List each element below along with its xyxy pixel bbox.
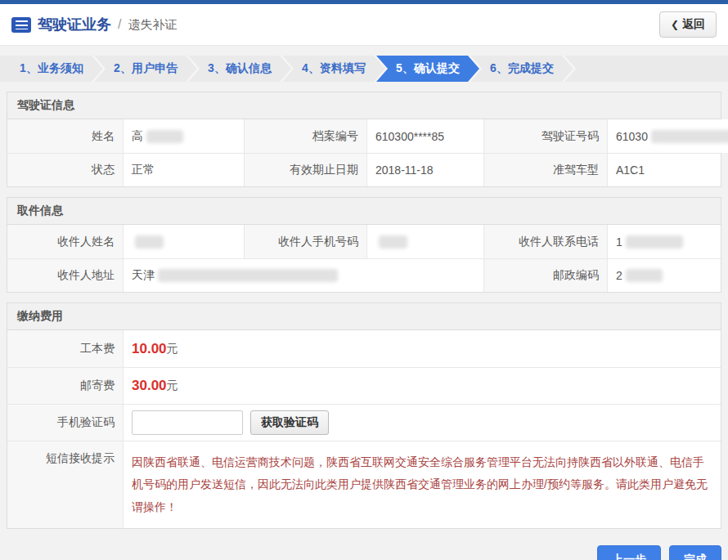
file-number-label: 档案编号 — [245, 119, 367, 153]
postage-fee-amount: 30.00 — [132, 378, 167, 394]
section-pickup-title: 取件信息 — [7, 198, 721, 225]
license-row-2: 状态 正常 有效期止日期 2018-11-18 准驾车型 A1C1 — [7, 153, 721, 186]
name-value: 高 — [124, 119, 245, 153]
postage-fee-unit: 元 — [167, 379, 178, 393]
step-bar-filler — [564, 56, 728, 82]
license-business-icon — [11, 17, 31, 33]
page-subtitle: 遗失补证 — [128, 17, 177, 33]
name-redaction — [146, 130, 183, 143]
valid-until-value: 2018-11-18 — [367, 153, 484, 186]
pickup-row-2: 收件人地址 天津 邮政编码 2 — [7, 258, 721, 292]
status-value: 正常 — [124, 153, 245, 186]
sms-code-field: 获取验证码 — [124, 404, 721, 441]
breadcrumb: 驾驶证业务 / 遗失补证 — [11, 15, 177, 34]
get-sms-code-button[interactable]: 获取验证码 — [250, 410, 329, 435]
recipient-address-redaction — [158, 269, 338, 282]
recipient-phone-label: 收件人联系电话 — [484, 225, 608, 258]
page-header: 驾驶证业务 / 遗失补证 ❮ 返回 — [0, 4, 728, 46]
license-number-redaction — [651, 130, 728, 143]
license-number-value: 61030 — [608, 119, 728, 153]
file-number-value: 610300****85 — [367, 119, 484, 153]
name-label: 姓名 — [7, 119, 124, 153]
sms-notice-row: 短信接收提示 因陕西省联通、电信运营商技术问题，陕西省互联网交通安全综合服务管理… — [7, 441, 721, 528]
postal-code-label: 邮政编码 — [484, 258, 608, 292]
recipient-phone-redaction — [626, 235, 683, 249]
vehicle-class-value: A1C1 — [608, 153, 721, 186]
recipient-address-label: 收件人地址 — [7, 258, 124, 292]
recipient-name-redaction — [135, 235, 164, 249]
section-fees-title: 缴纳费用 — [7, 303, 721, 330]
chevron-left-icon: ❮ — [671, 19, 679, 30]
step-2-user-declaration[interactable]: 2、用户申告 — [94, 56, 197, 82]
page-title: 驾驶证业务 — [38, 15, 111, 34]
recipient-mobile-label: 收件人手机号码 — [245, 225, 367, 258]
step-6-finish-submit[interactable]: 6、完成提交 — [470, 56, 573, 82]
section-fees: 缴纳费用 工本费 10.00元 邮寄费 30.00元 手机验证码 获取验证码 短… — [7, 302, 721, 529]
section-license-title: 驾驶证信息 — [7, 92, 721, 119]
postage-fee-value: 30.00元 — [124, 367, 721, 404]
recipient-phone-value: 1 — [608, 225, 721, 258]
footer-actions: 上一步 完成 — [7, 545, 721, 560]
sms-code-row: 手机验证码 获取验证码 — [7, 404, 721, 441]
recipient-mobile-redaction — [379, 235, 407, 249]
previous-step-button[interactable]: 上一步 — [597, 545, 661, 560]
recipient-mobile-value — [367, 225, 484, 258]
postal-code-redaction — [626, 269, 663, 282]
step-1-business-notice[interactable]: 1、业务须知 — [0, 56, 103, 82]
finish-button[interactable]: 完成 — [669, 545, 721, 560]
production-fee-label: 工本费 — [7, 330, 124, 367]
valid-until-label: 有效期止日期 — [245, 153, 367, 186]
sms-code-input[interactable] — [132, 410, 243, 435]
back-button-label: 返回 — [682, 17, 705, 32]
section-license-info: 驾驶证信息 姓名 高 档案编号 610300****85 驾驶证号码 61030… — [7, 92, 721, 187]
postal-code-value: 2 — [608, 258, 721, 292]
pickup-row-1: 收件人姓名 收件人手机号码 收件人联系电话 1 — [7, 225, 721, 258]
sms-notice-content: 因陕西省联通、电信运营商技术问题，陕西省互联网交通安全综合服务管理平台无法向持陕… — [124, 441, 721, 528]
section-pickup-info: 取件信息 收件人姓名 收件人手机号码 收件人联系电话 1 收件人地址 天津 邮政… — [7, 197, 721, 293]
step-5-confirm-submit[interactable]: 5、确认提交 — [376, 56, 479, 82]
sms-code-label: 手机验证码 — [7, 404, 124, 441]
breadcrumb-separator: / — [118, 17, 121, 32]
postage-fee-label: 邮寄费 — [7, 367, 124, 404]
license-number-label: 驾驶证号码 — [484, 119, 608, 153]
postage-fee-row: 邮寄费 30.00元 — [7, 367, 721, 404]
back-button[interactable]: ❮ 返回 — [659, 11, 717, 38]
production-fee-row: 工本费 10.00元 — [7, 330, 721, 367]
sms-notice-label: 短信接收提示 — [7, 441, 124, 528]
production-fee-amount: 10.00 — [132, 341, 167, 357]
step-3-confirm-info[interactable]: 3、确认信息 — [188, 56, 291, 82]
recipient-name-value — [124, 225, 245, 258]
production-fee-unit: 元 — [167, 342, 178, 356]
status-label: 状态 — [7, 153, 124, 186]
recipient-address-value: 天津 — [124, 258, 484, 292]
sms-notice-text: 因陕西省联通、电信运营商技术问题，陕西省互联网交通安全综合服务管理平台无法向持陕… — [132, 451, 712, 518]
recipient-name-label: 收件人姓名 — [7, 225, 124, 258]
production-fee-value: 10.00元 — [124, 330, 721, 367]
step-4-fill-materials[interactable]: 4、资料填写 — [282, 56, 385, 82]
license-row-1: 姓名 高 档案编号 610300****85 驾驶证号码 61030 — [7, 119, 721, 153]
step-progress-bar: 1、业务须知 2、用户申告 3、确认信息 4、资料填写 5、确认提交 6、完成提… — [0, 56, 728, 82]
vehicle-class-label: 准驾车型 — [484, 153, 608, 186]
